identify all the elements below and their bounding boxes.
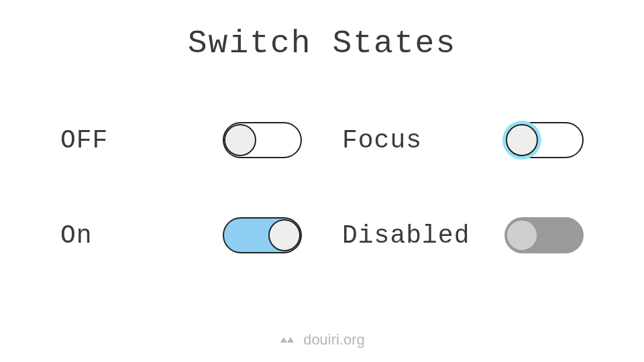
logo-icon xyxy=(279,334,297,346)
switch-knob xyxy=(224,124,256,156)
page-title: Switch States xyxy=(0,25,644,62)
footer-site: douiri.org xyxy=(303,331,365,349)
footer: douiri.org xyxy=(0,331,644,349)
switch-knob xyxy=(268,219,301,251)
switch-row-on: On xyxy=(60,217,302,253)
switch-off[interactable] xyxy=(223,122,302,158)
switch-row-focus: Focus xyxy=(342,122,584,158)
switch-knob xyxy=(506,124,538,156)
switch-focus[interactable] xyxy=(504,122,584,158)
switch-label-disabled: Disabled xyxy=(342,221,470,250)
switch-row-off: OFF xyxy=(60,122,302,158)
switch-grid: OFF Focus On Disabled xyxy=(60,122,584,253)
switch-label-off: OFF xyxy=(60,126,108,155)
switch-on[interactable] xyxy=(223,217,302,253)
switch-row-disabled: Disabled xyxy=(342,217,584,253)
switch-label-focus: Focus xyxy=(342,126,422,155)
switch-label-on: On xyxy=(60,221,93,250)
switch-knob xyxy=(506,219,538,251)
switch-disabled xyxy=(504,217,584,253)
